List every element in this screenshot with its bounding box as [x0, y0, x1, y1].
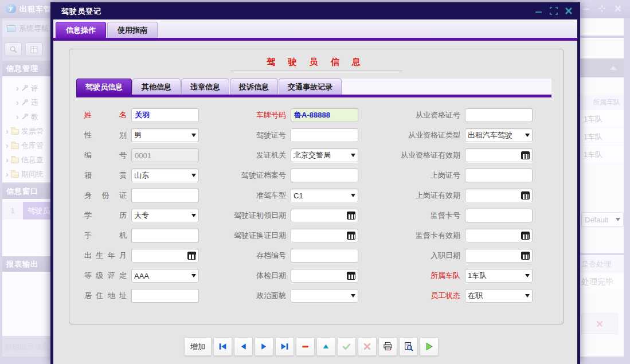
form-field-label: 驾驶证初领日期: [210, 210, 286, 221]
close-button[interactable]: [565, 7, 573, 15]
form-field-label: 等级评定: [84, 271, 127, 281]
form-select-input[interactable]: 男: [131, 128, 199, 142]
form-text-input[interactable]: [131, 148, 199, 162]
date-text-input[interactable]: [468, 191, 519, 200]
date-text-input[interactable]: [468, 232, 519, 240]
form-row: 手 机: [84, 229, 199, 242]
form-select-input[interactable]: 在职: [465, 289, 533, 303]
form-select-input[interactable]: 出租汽车驾驶: [465, 128, 533, 142]
printer-icon: [383, 342, 393, 351]
chevron-down-icon[interactable]: [351, 194, 355, 197]
chevron-down-icon[interactable]: [525, 294, 530, 298]
form-text-input[interactable]: [465, 209, 533, 222]
form-row: 驾驶证档案号: [210, 169, 358, 182]
chevron-down-icon[interactable]: [191, 214, 196, 217]
tab-usage-guide[interactable]: 使用指南: [107, 22, 158, 38]
chevron-down-icon[interactable]: [525, 274, 530, 277]
form-select-input[interactable]: [291, 289, 358, 303]
date-text-input[interactable]: [294, 232, 345, 240]
form-date-input[interactable]: [131, 249, 199, 263]
form-select-input[interactable]: 1车队: [465, 269, 533, 283]
last-record-button[interactable]: [275, 337, 294, 356]
select-value: AAA: [134, 272, 189, 280]
form-field-label: 驾驶证号: [210, 130, 286, 140]
calendar-icon[interactable]: [347, 212, 355, 220]
chevron-down-icon[interactable]: [191, 274, 196, 277]
calendar-icon[interactable]: [521, 191, 530, 199]
chevron-down-icon[interactable]: [191, 174, 196, 177]
edit-record-button[interactable]: [316, 337, 335, 356]
form-select-input[interactable]: C1: [291, 189, 358, 202]
subtab-1[interactable]: 其他信息: [132, 79, 181, 95]
driver-info-panel: 驾 驶 员 信 息 驾驶员信息其他信息违章信息投诉信息交通事故记录 姓 名性 别…: [69, 49, 564, 324]
form-text-input[interactable]: [291, 108, 358, 122]
form-row: 准驾车型C1: [210, 189, 358, 202]
date-text-input[interactable]: [294, 272, 345, 280]
print-button[interactable]: [378, 337, 397, 356]
date-text-input[interactable]: [468, 252, 519, 260]
form-date-input[interactable]: [291, 229, 358, 242]
subtab-3[interactable]: 投诉信息: [230, 79, 278, 95]
form-date-input[interactable]: [465, 249, 533, 263]
form-row: 政治面貌: [210, 289, 358, 303]
chevron-down-icon[interactable]: [351, 154, 355, 157]
date-text-input[interactable]: [468, 151, 519, 160]
form-row: 从业资格证类型出租汽车驾驶: [377, 128, 533, 142]
form-select-input[interactable]: AAA: [131, 269, 199, 283]
form-text-input[interactable]: [291, 169, 358, 182]
post-record-button: [337, 337, 356, 356]
form-date-input[interactable]: [291, 269, 358, 283]
form-date-input[interactable]: [465, 229, 533, 242]
subtab-divider: [76, 95, 551, 97]
calendar-icon[interactable]: [187, 252, 196, 260]
form-select-input[interactable]: 山东: [131, 169, 199, 182]
up-icon: [321, 342, 331, 351]
form-field-label: 籍 贯: [84, 170, 127, 181]
form-date-input[interactable]: [465, 148, 533, 162]
maximize-button[interactable]: [550, 7, 558, 15]
record-toolbar: 增加: [184, 337, 439, 356]
subtab-2[interactable]: 违章信息: [181, 79, 229, 95]
add-button[interactable]: 增加: [184, 337, 212, 356]
date-text-input[interactable]: [294, 212, 345, 220]
form-text-input[interactable]: [291, 249, 358, 263]
calendar-icon[interactable]: [521, 252, 530, 260]
form-text-input[interactable]: [131, 108, 199, 122]
dialog-title: 驾驶员登记: [61, 6, 101, 17]
form-text-input[interactable]: [131, 289, 199, 303]
subtab-4[interactable]: 交通事故记录: [279, 79, 342, 95]
first-record-button[interactable]: [213, 337, 232, 356]
calendar-icon[interactable]: [347, 232, 355, 240]
subtab-0[interactable]: 驾驶员信息: [76, 79, 132, 95]
next-record-button[interactable]: [255, 337, 273, 356]
minimize-button[interactable]: [535, 7, 543, 15]
form-field-label: 居住地址: [84, 291, 127, 301]
delete-record-button[interactable]: [296, 337, 315, 356]
form-text-input[interactable]: [465, 169, 533, 182]
dialog-body: 驾 驶 员 信 息 驾驶员信息其他信息违章信息投诉信息交通事故记录 姓 名性 别…: [53, 41, 577, 364]
form-date-input[interactable]: [291, 209, 358, 222]
form-row: 驾驶证初领日期: [210, 209, 358, 222]
prior-record-button[interactable]: [234, 337, 253, 356]
form-text-input[interactable]: [291, 128, 358, 142]
date-text-input[interactable]: [134, 252, 185, 260]
execute-button[interactable]: [420, 337, 439, 356]
form-text-input[interactable]: [465, 108, 533, 122]
calendar-icon[interactable]: [347, 272, 355, 280]
chevron-down-icon[interactable]: [191, 134, 196, 137]
calendar-icon[interactable]: [521, 232, 530, 240]
chevron-down-icon[interactable]: [525, 134, 530, 137]
calendar-icon[interactable]: [521, 151, 530, 159]
form-text-input[interactable]: [131, 229, 199, 242]
chevron-down-icon[interactable]: [351, 294, 355, 298]
dialog-titlebar[interactable]: 驾驶员登记: [53, 2, 577, 19]
form-date-input[interactable]: [465, 189, 533, 202]
page-title: 驾 驶 员 信 息: [69, 57, 563, 68]
form-select-input[interactable]: 北京交警局: [291, 148, 358, 162]
form-text-input[interactable]: [131, 189, 199, 202]
tab-info-operations[interactable]: 信息操作: [56, 22, 106, 38]
form-field-label: 体检日期: [210, 271, 286, 281]
prev-icon: [238, 342, 248, 351]
print-preview-button[interactable]: [399, 337, 418, 356]
form-select-input[interactable]: 大专: [131, 209, 199, 222]
